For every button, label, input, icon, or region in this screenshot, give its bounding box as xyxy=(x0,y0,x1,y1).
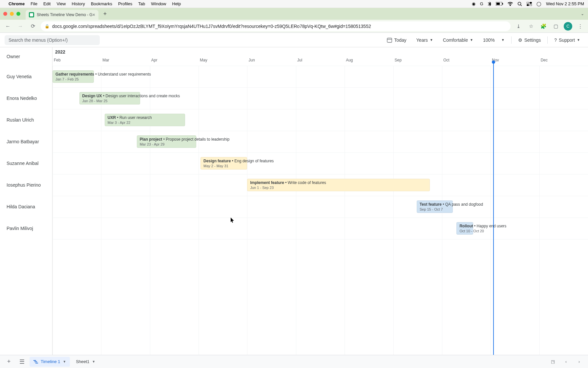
task-dates: Mar 23 - Apr 29 xyxy=(140,142,193,146)
task-title: Implement feature • Write code of featur… xyxy=(250,180,427,185)
task-bar[interactable]: Test feature • QA pass and dogfoodSep 15… xyxy=(417,200,453,213)
mac-menu-window[interactable]: Window xyxy=(151,1,166,6)
row-divider xyxy=(52,109,588,109)
owner-row[interactable]: Pavlin Milivoj xyxy=(0,218,52,239)
back-button[interactable]: ← xyxy=(3,22,12,31)
battery-icon[interactable] xyxy=(496,2,503,6)
row-divider xyxy=(52,66,588,66)
sheet-tab[interactable]: Timeline 1▼ xyxy=(30,357,70,367)
all-sheets-button[interactable]: ☰ xyxy=(16,357,28,367)
chevron-down-icon[interactable]: ▼ xyxy=(63,360,66,363)
months-header: FebMarAprMayJunJulAugSepOctNovDec xyxy=(52,47,588,66)
lock-icon[interactable]: 🔒 xyxy=(45,24,50,29)
owner-row[interactable]: Iosephus Pierino xyxy=(0,174,52,196)
chevron-down-icon[interactable]: ▼ xyxy=(92,360,95,363)
settings-button[interactable]: ⚙ Settings xyxy=(515,35,544,45)
timescale-dropdown[interactable]: Years ▼ xyxy=(413,35,436,45)
extensions-icon[interactable]: 🧩 xyxy=(539,22,548,31)
google-icon[interactable]: G xyxy=(480,1,483,6)
tab-overflow-button[interactable]: ⌄ xyxy=(581,12,584,16)
status-icon[interactable]: ◉ xyxy=(472,1,475,6)
mac-menu-help[interactable]: Help xyxy=(172,1,181,6)
forward-button[interactable]: → xyxy=(16,22,25,31)
wifi-icon[interactable] xyxy=(508,2,513,6)
mac-app-name[interactable]: Chrome xyxy=(9,1,25,6)
timeline-grid[interactable]: 2022 FebMarAprMayJunJulAugSepOctNovDec G… xyxy=(52,47,588,355)
svg-rect-7 xyxy=(527,4,529,6)
spotlight-icon[interactable] xyxy=(517,2,522,6)
mac-clock[interactable]: Wed Nov 2 2:55 PM xyxy=(546,1,584,6)
svg-rect-8 xyxy=(530,4,532,6)
task-bar[interactable]: UXR • Run user researchMar 3 - Apr 22 xyxy=(105,114,185,126)
address-bar[interactable]: 🔒 docs.google.com/spreadsheets/d/1eIpOzJ… xyxy=(41,21,511,31)
owner-row[interactable]: Ruslan Ulrich xyxy=(0,109,52,131)
month-label: Aug xyxy=(346,58,353,62)
control-center-icon[interactable] xyxy=(527,2,532,6)
settings-label: Settings xyxy=(524,37,541,43)
bookmark-star-icon[interactable]: ☆ xyxy=(526,22,536,31)
scroll-right-button[interactable]: › xyxy=(574,357,585,367)
side-panel-icon[interactable]: ▢ xyxy=(551,22,560,31)
bluetooth-icon[interactable] xyxy=(488,2,491,6)
task-bar[interactable]: Implement feature • Write code of featur… xyxy=(247,179,430,191)
month-label: Apr xyxy=(151,58,158,62)
task-title: Design UX • Design user interactions and… xyxy=(82,94,137,98)
sheets-favicon-icon xyxy=(29,12,34,17)
siri-icon[interactable]: ◯ xyxy=(536,1,541,6)
sheet-tab-name: Timeline 1 xyxy=(41,359,60,364)
support-button[interactable]: ? Support ▼ xyxy=(551,35,583,45)
owner-row[interactable]: Suzanne Anibal xyxy=(0,152,52,174)
window-close-button[interactable] xyxy=(3,12,7,16)
task-bar[interactable]: Rollout • Happy end usersOct 10 - Oct 20 xyxy=(456,222,473,235)
owner-row[interactable]: Hilda Daciana xyxy=(0,196,52,218)
task-title: Test feature • QA pass and dogfood xyxy=(420,202,450,207)
window-fullscreen-button[interactable] xyxy=(16,12,20,16)
density-dropdown[interactable]: Comfortable ▼ xyxy=(440,35,476,45)
install-app-icon[interactable]: ⤓ xyxy=(514,22,523,31)
mac-menu-tab[interactable]: Tab xyxy=(138,1,145,6)
tab-close-button[interactable]: × xyxy=(93,12,95,17)
mac-menubar: Chrome File Edit View History Bookmarks … xyxy=(0,0,588,8)
browser-tab[interactable]: Sheets Timeline View Demo - G × xyxy=(26,10,98,20)
task-bar[interactable]: Plan project • Propose project details t… xyxy=(137,135,196,148)
owner-row[interactable]: Guy Venetia xyxy=(0,66,52,87)
mac-menu-history[interactable]: History xyxy=(72,1,85,6)
chrome-menu-icon[interactable]: ⋮ xyxy=(576,22,585,31)
owner-row[interactable]: Enora Nedelko xyxy=(0,87,52,109)
month-label: Dec xyxy=(541,58,548,62)
task-bar[interactable]: Design feature • Eng design of featuresM… xyxy=(200,157,247,170)
row-divider xyxy=(52,239,588,240)
task-title: Plan project • Propose project details t… xyxy=(140,137,193,142)
mac-menu-profiles[interactable]: Profiles xyxy=(118,1,132,6)
zoom-dropdown[interactable]: 100% ▼ xyxy=(480,35,508,45)
chevron-down-icon: ▼ xyxy=(470,38,473,42)
task-title: Gather requirements • Understand user re… xyxy=(55,72,91,77)
task-bar[interactable]: Design UX • Design user interactions and… xyxy=(79,92,140,104)
sheets-toolbar: Search the menus (Option+/) Today Years … xyxy=(0,33,588,47)
sheet-tab[interactable]: Sheet1▼ xyxy=(72,357,99,367)
add-sheet-button[interactable]: + xyxy=(3,357,14,367)
svg-rect-9 xyxy=(387,38,392,42)
svg-rect-13 xyxy=(35,363,38,363)
profile-avatar[interactable]: C xyxy=(564,22,572,31)
new-tab-button[interactable]: + xyxy=(100,9,110,18)
scroll-left-button[interactable]: ‹ xyxy=(560,357,572,367)
reload-button[interactable]: ⟳ xyxy=(28,22,37,31)
task-bar[interactable]: Gather requirements • Understand user re… xyxy=(52,70,94,83)
row-divider xyxy=(52,174,588,174)
explore-button[interactable]: ◳ xyxy=(547,357,558,367)
mac-menu-view[interactable]: View xyxy=(56,1,66,6)
sheet-tab-bar: + ☰ Timeline 1▼Sheet1▼ ◳ ‹ › xyxy=(0,355,588,368)
window-minimize-button[interactable] xyxy=(10,12,14,16)
search-menus-input[interactable]: Search the menus (Option+/) xyxy=(5,35,100,45)
month-label: Oct xyxy=(443,58,450,62)
task-title: Rollout • Happy end users xyxy=(459,224,470,228)
density-label: Comfortable xyxy=(443,37,468,43)
mac-menu-edit[interactable]: Edit xyxy=(43,1,51,6)
owner-row[interactable]: Jarmo Batbayar xyxy=(0,131,52,152)
row-divider xyxy=(52,152,588,153)
row-divider xyxy=(52,218,588,218)
today-button[interactable]: Today xyxy=(384,35,410,45)
mac-menu-file[interactable]: File xyxy=(31,1,37,6)
mac-menu-bookmarks[interactable]: Bookmarks xyxy=(91,1,112,6)
